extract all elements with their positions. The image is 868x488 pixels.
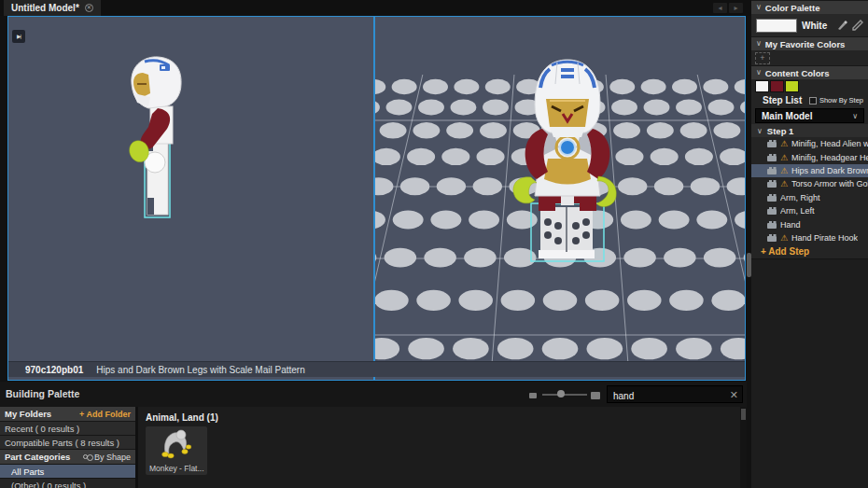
small-brick-icon xyxy=(529,393,537,398)
part-categories-row: Part Categories By Shape xyxy=(0,450,135,464)
my-folders-row: My Folders + Add Folder xyxy=(0,407,135,421)
by-shape-toggle[interactable]: By Shape xyxy=(83,453,131,462)
tab-scroll-left-icon[interactable]: ◂ xyxy=(713,3,727,13)
tab-close-icon[interactable]: ✕ xyxy=(85,4,93,12)
results-scrollbar-handle[interactable] xyxy=(741,409,746,420)
large-brick-icon xyxy=(591,392,600,399)
warning-icon: ⚠ xyxy=(780,166,788,175)
part-tile-monkey[interactable]: Monkey - Flat... xyxy=(146,426,207,475)
palette-folders-sidebar: My Folders + Add Folder Recent ( 0 resul… xyxy=(0,407,135,488)
step-item[interactable]: Hand xyxy=(751,217,868,230)
category-item-other[interactable]: (Other) ( 0 results ) xyxy=(0,479,135,488)
building-palette-panel: Building Palette ✕ My Folders + Add Fold… xyxy=(0,382,747,488)
warning-icon: ⚠ xyxy=(780,139,788,148)
warning-icon: ⚠ xyxy=(780,153,788,162)
clear-search-icon[interactable]: ✕ xyxy=(730,389,738,400)
warning-icon: ⚠ xyxy=(780,233,788,243)
add-folder-button[interactable]: + Add Folder xyxy=(79,410,131,419)
chevron-down-icon: ∨ xyxy=(756,69,762,77)
chevron-down-icon: ∨ xyxy=(757,127,763,135)
chevron-down-icon: ∨ xyxy=(756,4,762,11)
chevron-down-icon: ∨ xyxy=(756,40,762,48)
brick-icon xyxy=(767,169,777,174)
right-sidebar: ∨ Color Palette White ∨ My Favorite Colo… xyxy=(751,0,868,488)
search-results-area: Animal, Land (1) Monkey - Flat... xyxy=(138,407,740,488)
minifig-front-view[interactable] xyxy=(505,58,631,265)
brick-icon xyxy=(767,223,777,229)
content-color-swatch[interactable] xyxy=(755,80,769,92)
category-item-all-parts[interactable]: All Parts xyxy=(0,465,135,478)
step-item[interactable]: ⚠ Torso Armor with Gol... xyxy=(751,177,868,190)
building-palette-title: Building Palette xyxy=(6,388,79,399)
part-id: 970c120pb01 xyxy=(25,365,83,375)
brick-icon xyxy=(767,182,777,188)
current-color-swatch[interactable] xyxy=(756,19,797,33)
part-tile-caption: Monkey - Flat... xyxy=(149,464,204,473)
favorite-colors-header[interactable]: ∨ My Favorite Colors xyxy=(751,36,868,50)
chevron-down-icon: ∨ xyxy=(852,112,858,120)
search-input[interactable] xyxy=(608,388,742,404)
minifig-side-view[interactable] xyxy=(111,52,190,222)
step-forward-icon[interactable]: ▶| xyxy=(12,30,25,43)
color-palette-header[interactable]: ∨ Color Palette xyxy=(751,0,868,14)
content-color-swatch[interactable] xyxy=(785,80,799,92)
result-group-title: Animal, Land (1) xyxy=(146,412,740,423)
content-colors-header[interactable]: ∨ Content Colors xyxy=(751,65,868,79)
folder-item-compatible-parts[interactable]: Compatible Parts ( 8 results ) xyxy=(0,436,135,449)
step-item[interactable]: ⚠ Minifig, Headgear Hel... xyxy=(751,150,868,163)
pencil-icon[interactable] xyxy=(852,20,863,31)
warning-icon: ⚠ xyxy=(780,179,788,188)
step-item[interactable]: Arm, Right xyxy=(751,191,868,204)
brick-icon xyxy=(767,196,777,202)
brick-icon xyxy=(767,156,777,161)
model-selector-dropdown[interactable]: Main Model ∨ xyxy=(755,108,864,123)
thumbnail-size-slider[interactable] xyxy=(529,390,600,399)
current-color-name: White xyxy=(802,21,832,31)
model-tab-title: Untitled Model* xyxy=(11,3,79,13)
monkey-part-thumbnail xyxy=(156,426,197,460)
paint-brush-icon[interactable] xyxy=(836,20,847,31)
tab-bar: Untitled Model* ✕ ◂ ▸ xyxy=(0,0,751,16)
step-item[interactable]: ⚠ Hand Pirate Hook xyxy=(751,231,868,244)
step-group-row[interactable]: ∨ Step 1 xyxy=(751,124,868,137)
model-tab[interactable]: Untitled Model* ✕ xyxy=(4,0,101,16)
viewport-pane-divider[interactable] xyxy=(373,17,375,380)
step-item-selected[interactable]: ⚠ Hips and Dark Brown... xyxy=(751,164,868,177)
slider-track[interactable] xyxy=(542,394,587,396)
content-color-swatch[interactable] xyxy=(770,80,784,92)
part-search-box[interactable]: ✕ xyxy=(607,385,743,403)
show-by-step-checkbox[interactable] xyxy=(809,97,817,105)
sidebar-empty-area xyxy=(751,258,868,488)
step-item[interactable]: Arm, Left xyxy=(751,204,868,217)
step-item[interactable]: ⚠ Minifig, Head Alien wi... xyxy=(751,137,868,150)
tab-scroll-right-icon[interactable]: ▸ xyxy=(729,3,743,13)
results-scrollbar[interactable] xyxy=(740,407,747,488)
brick-icon xyxy=(767,142,777,147)
part-name: Hips and Dark Brown Legs with Scale Mail… xyxy=(96,365,304,375)
link-icon xyxy=(83,454,88,459)
brick-icon xyxy=(767,236,777,242)
add-step-button[interactable]: + Add Step xyxy=(751,244,868,258)
viewport-3d[interactable]: ▶| xyxy=(7,16,746,381)
favorite-colors-row: + xyxy=(751,50,868,65)
step-list-header: Step List Show By Step xyxy=(751,93,868,107)
add-favorite-color-button[interactable]: + xyxy=(755,52,770,64)
folder-item-recent[interactable]: Recent ( 0 results ) xyxy=(0,422,135,435)
content-colors-row xyxy=(751,79,868,93)
selected-part-status-bar: 970c120pb01 Hips and Dark Brown Legs wit… xyxy=(8,361,745,377)
brick-icon xyxy=(767,209,777,215)
building-palette-header: Building Palette ✕ xyxy=(0,382,747,407)
slider-handle[interactable] xyxy=(557,390,565,397)
current-color-row: White xyxy=(751,14,868,36)
